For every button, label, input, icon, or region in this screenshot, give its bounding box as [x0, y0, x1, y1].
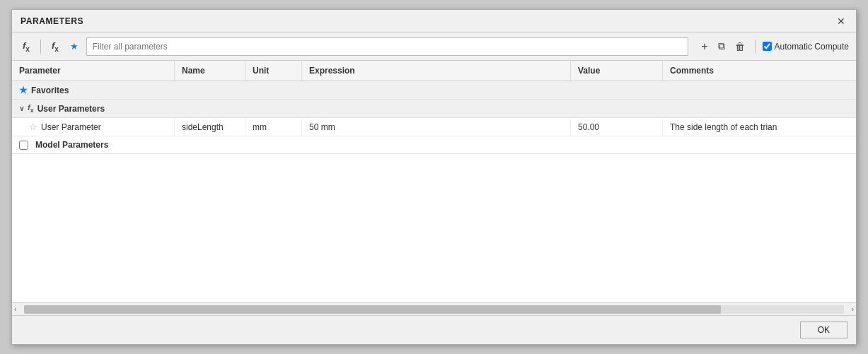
title-bar: PARAMETERS ✕: [12, 10, 856, 33]
table-area: Parameter Name Unit Expression Value Com…: [12, 61, 856, 302]
copy-parameter-button[interactable]: ⧉: [715, 39, 728, 54]
user-parameters-group-cell: ∨ fx User Parameters: [12, 100, 856, 117]
fx-model-button[interactable]: fx: [48, 38, 62, 55]
col-name: Name: [175, 61, 245, 81]
param-comment-cell: The side length of each trian: [663, 119, 856, 136]
fx-model-icon: fx: [52, 40, 59, 53]
collapse-icon: ∨: [19, 105, 24, 112]
favorites-star-icon: ★: [19, 85, 28, 95]
delete-icon: 🗑: [735, 41, 745, 52]
dialog-title: PARAMETERS: [21, 16, 83, 26]
horizontal-scrollbar[interactable]: [24, 305, 843, 314]
fx-user-button[interactable]: fx: [19, 38, 33, 55]
toolbar-separator-2: [755, 40, 756, 54]
table-body: ★ Favorites ∨ fx User Parameters ☆ User …: [12, 81, 856, 302]
scroll-left-arrow[interactable]: ‹: [12, 305, 18, 313]
user-parameter-row[interactable]: ☆ User Parameter sideLength mm 50 mm 50.…: [12, 118, 856, 136]
col-unit: Unit: [245, 61, 302, 81]
close-button[interactable]: ✕: [835, 15, 847, 28]
scrollbar-thumb: [24, 305, 721, 314]
col-expression: Expression: [302, 61, 571, 81]
table-header: Parameter Name Unit Expression Value Com…: [12, 61, 856, 81]
param-star-icon: ☆: [29, 122, 37, 132]
toolbar: fx fx ★ + ⧉ 🗑 Automatic Compute: [12, 33, 856, 61]
user-parameters-label: User Parameters: [37, 104, 105, 114]
ok-button[interactable]: OK: [800, 321, 847, 338]
copy-icon: ⧉: [718, 40, 725, 52]
model-parameters-group-row[interactable]: Model Parameters: [12, 136, 856, 154]
favorites-label: Favorites: [31, 85, 69, 95]
favorites-group-cell: ★ Favorites: [12, 81, 856, 99]
auto-compute-checkbox[interactable]: [763, 42, 772, 51]
star-filled-icon: ★: [70, 41, 79, 52]
parameters-dialog: PARAMETERS ✕ fx fx ★ + ⧉ 🗑: [11, 9, 857, 345]
add-icon: +: [701, 40, 707, 53]
param-name-cell: sideLength: [175, 119, 245, 136]
fx-user-icon: fx: [23, 40, 30, 53]
model-parameters-label: Model Parameters: [35, 140, 108, 150]
user-params-fx-icon: fx: [28, 103, 34, 114]
delete-parameter-button[interactable]: 🗑: [732, 40, 748, 54]
col-comments: Comments: [663, 61, 856, 81]
auto-compute-text: Automatic Compute: [775, 42, 849, 52]
favorites-toolbar-button[interactable]: ★: [66, 39, 82, 54]
param-type-label: User Parameter: [41, 122, 101, 132]
param-type-cell: ☆ User Parameter: [12, 118, 175, 136]
favorites-group-row[interactable]: ★ Favorites: [12, 81, 856, 100]
user-parameters-group-row[interactable]: ∨ fx User Parameters: [12, 100, 856, 118]
param-unit-cell: mm: [245, 119, 302, 136]
scroll-right-arrow[interactable]: ›: [850, 305, 856, 313]
dialog-footer: OK: [12, 315, 856, 344]
param-expression-cell: 50 mm: [302, 119, 571, 136]
model-params-checkbox[interactable]: [19, 141, 28, 150]
add-parameter-button[interactable]: +: [698, 39, 710, 54]
filter-input[interactable]: [86, 37, 688, 56]
horizontal-scrollbar-area: ‹ ›: [12, 302, 856, 315]
col-value: Value: [571, 61, 663, 81]
col-parameter: Parameter: [12, 61, 175, 81]
toolbar-separator-1: [40, 40, 41, 54]
param-value-cell: 50.00: [571, 119, 663, 136]
auto-compute-label[interactable]: Automatic Compute: [763, 42, 849, 52]
toolbar-right: + ⧉ 🗑 Automatic Compute: [698, 39, 849, 54]
